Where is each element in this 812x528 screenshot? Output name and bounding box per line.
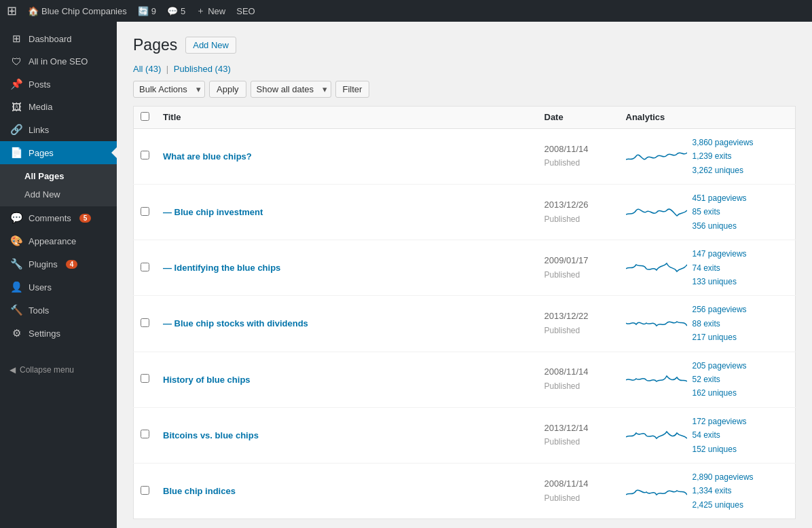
filter-published-label: Published — [174, 64, 213, 74]
analytics-stats-3: 256 pageviews 88 exits 217 uniques — [693, 303, 747, 344]
sidebar-item-tools[interactable]: 🔨 Tools — [0, 299, 117, 322]
row-checkbox-0[interactable] — [141, 151, 149, 159]
toolbar: Bulk Actions Apply Show all dates Filter — [133, 81, 796, 98]
pageviews-4: 205 pageviews — [693, 359, 747, 373]
table-row: — Blue chip investment 2013/12/26Publish… — [134, 185, 796, 240]
bulk-actions-select[interactable]: Bulk Actions — [133, 81, 205, 98]
row-status-1: Published — [545, 214, 580, 224]
page-title-link-4[interactable]: History of blue chips — [163, 375, 251, 385]
adminbar-site[interactable]: 🏠 Blue Chip Companies — [28, 6, 127, 16]
page-title-link-0[interactable]: What are blue chips? — [163, 151, 252, 162]
adminbar-seo-label: SEO — [236, 6, 255, 16]
row-checkbox-cell — [134, 352, 157, 407]
page-title-link-2[interactable]: — Identifying the blue chips — [163, 263, 280, 273]
plugins-badge: 4 — [66, 260, 78, 269]
all-pages-label: All Pages — [24, 171, 64, 181]
row-status-0: Published — [545, 158, 580, 168]
sparkline-1 — [626, 202, 687, 223]
sidebar-item-users[interactable]: 👤 Users — [0, 276, 117, 299]
comments-count: 5 — [181, 6, 185, 16]
row-title-cell-1: — Blue chip investment — [156, 185, 538, 240]
filter-published-link[interactable]: Published (43) — [174, 64, 231, 74]
sparkline-5 — [626, 425, 687, 445]
row-checkbox-6[interactable] — [141, 486, 149, 495]
main-content: Pages Add New All (43) | Published (43) … — [117, 22, 812, 528]
collapse-label: Collapse menu — [20, 365, 74, 375]
page-title-link-5[interactable]: Bitcoins vs. blue chips — [163, 430, 259, 440]
sidebar-item-all-in-one-seo[interactable]: 🛡 All in One SEO — [0, 50, 117, 73]
sidebar-item-links[interactable]: 🔗 Links — [0, 118, 117, 141]
row-title-cell-2: — Identifying the blue chips — [156, 240, 538, 296]
page-title-link-3[interactable]: — Blue chip stocks with dividends — [163, 318, 308, 328]
posts-icon: 📌 — [10, 78, 23, 90]
appearance-icon: 🎨 — [10, 235, 23, 247]
media-icon: 🖼 — [10, 101, 23, 113]
add-new-button[interactable]: Add New — [185, 37, 236, 54]
page-title-link-1[interactable]: — Blue chip investment — [163, 207, 263, 217]
sidebar-item-dashboard[interactable]: ⊞ Dashboard — [0, 27, 117, 50]
sidebar-item-pages[interactable]: 📄 Pages — [0, 141, 117, 164]
show-all-dates-select[interactable]: Show all dates — [251, 81, 331, 98]
sidebar-label-comments: Comments — [29, 213, 71, 223]
pageviews-6: 2,890 pageviews — [693, 470, 754, 484]
adminbar-new[interactable]: ＋ New — [196, 5, 225, 17]
sidebar-sub-all-pages[interactable]: All Pages — [0, 167, 117, 185]
home-icon: 🏠 — [28, 6, 39, 16]
comments-icon: 💬 — [167, 6, 178, 16]
exits-1: 85 exits — [693, 205, 747, 219]
table-header-row: Title Date Analytics — [134, 106, 796, 128]
plugins-icon: 🔧 — [10, 258, 23, 270]
row-checkbox-2[interactable] — [141, 263, 149, 271]
filter-sep: | — [166, 64, 168, 74]
pageviews-0: 3,860 pageviews — [693, 136, 754, 149]
sidebar-item-comments[interactable]: 💬 Comments 5 — [0, 206, 117, 229]
analytics-cell-6: 2,890 pageviews 1,334 exits 2,425 unique… — [626, 470, 789, 512]
pages-table: Title Date Analytics What are blue chips… — [133, 106, 796, 519]
row-analytics-cell-3: 256 pageviews 88 exits 217 uniques — [619, 296, 796, 352]
wp-logo-icon[interactable]: ⊞ — [7, 3, 17, 18]
table-row: What are blue chips? 2008/11/14Published… — [134, 128, 796, 184]
row-checkbox-4[interactable] — [141, 374, 149, 383]
row-date-cell-4: 2008/11/14Published — [538, 352, 619, 407]
users-icon: 👤 — [10, 281, 23, 293]
row-title-cell-4: History of blue chips — [156, 352, 538, 407]
tools-icon: 🔨 — [10, 304, 23, 316]
table-row: Blue chip indices 2008/11/14Published 2,… — [134, 463, 796, 518]
sidebar-item-settings[interactable]: ⚙ Settings — [0, 322, 117, 345]
row-checkbox-3[interactable] — [141, 318, 149, 327]
filter-button[interactable]: Filter — [335, 81, 370, 98]
sidebar-sub-add-new[interactable]: Add New — [0, 185, 117, 204]
sidebar-item-plugins[interactable]: 🔧 Plugins 4 — [0, 252, 117, 276]
comments-badge: 5 — [79, 214, 92, 223]
collapse-menu-button[interactable]: ◀ Collapse menu — [0, 358, 117, 381]
sidebar-item-appearance[interactable]: 🎨 Appearance — [0, 229, 117, 252]
sidebar-item-posts[interactable]: 📌 Posts — [0, 73, 117, 96]
row-checkbox-1[interactable] — [141, 207, 149, 216]
row-analytics-cell-0: 3,860 pageviews 1,239 exits 3,262 unique… — [619, 128, 796, 184]
apply-button[interactable]: Apply — [209, 81, 246, 98]
adminbar-seo[interactable]: SEO — [236, 6, 255, 16]
adminbar-updates[interactable]: 🔄 9 — [138, 6, 156, 16]
sidebar-item-media[interactable]: 🖼 Media — [0, 96, 117, 118]
pages-icon: 📄 — [10, 147, 23, 159]
sidebar-label-seo: All in One SEO — [29, 56, 88, 67]
pageviews-5: 172 pageviews — [693, 415, 747, 428]
bulk-actions-wrap: Bulk Actions — [133, 81, 205, 98]
pageviews-3: 256 pageviews — [693, 303, 747, 316]
site-name: Blue Chip Companies — [41, 6, 127, 16]
sparkline-3 — [626, 314, 687, 334]
settings-icon: ⚙ — [10, 327, 23, 339]
select-all-checkbox[interactable] — [141, 112, 149, 121]
sparkline-2 — [626, 258, 687, 278]
sidebar-label-appearance: Appearance — [29, 236, 76, 246]
page-title-link-6[interactable]: Blue chip indices — [163, 486, 236, 496]
links-icon: 🔗 — [10, 124, 23, 136]
sparkline-4 — [626, 369, 687, 390]
row-date-cell-6: 2008/11/14Published — [538, 463, 619, 518]
sparkline-6 — [626, 481, 687, 502]
row-checkbox-5[interactable] — [141, 430, 149, 438]
analytics-cell-3: 256 pageviews 88 exits 217 uniques — [626, 303, 789, 344]
filter-all-link[interactable]: All (43) — [133, 64, 164, 74]
adminbar-comments[interactable]: 💬 5 — [167, 6, 185, 16]
sidebar-label-media: Media — [29, 102, 52, 112]
